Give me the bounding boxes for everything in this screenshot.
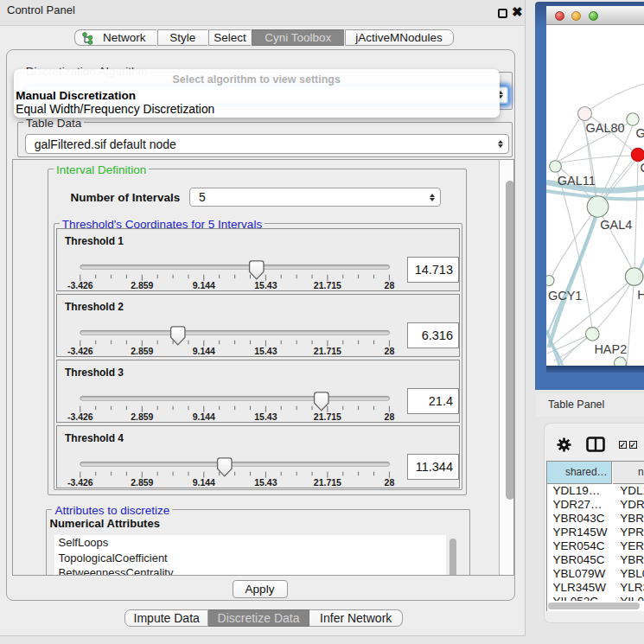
svg-text:2.859: 2.859	[131, 411, 153, 422]
svg-text:HAP2: HAP2	[594, 342, 627, 356]
svg-text:28: 28	[385, 411, 395, 422]
svg-text:9.144: 9.144	[193, 477, 215, 488]
svg-text:15.43: 15.43	[254, 346, 277, 356]
svg-text:9.144: 9.144	[193, 346, 215, 356]
svg-text:GA: GA	[635, 126, 644, 140]
svg-text:15.43: 15.43	[254, 477, 277, 488]
svg-text:-3.426: -3.426	[67, 346, 93, 356]
svg-text:28: 28	[385, 477, 395, 488]
svg-text:21.715: 21.715	[314, 280, 341, 290]
svg-text:15.43: 15.43	[254, 411, 277, 422]
svg-text:GAL4: GAL4	[600, 217, 632, 231]
svg-text:-3.426: -3.426	[67, 477, 93, 488]
svg-text:2.859: 2.859	[131, 477, 153, 488]
svg-text:28: 28	[385, 280, 395, 290]
svg-text:GAL11: GAL11	[557, 174, 595, 188]
svg-text:2.859: 2.859	[131, 280, 153, 290]
svg-text:15.43: 15.43	[254, 280, 277, 290]
svg-text:28: 28	[385, 346, 395, 356]
svg-text:C: C	[640, 161, 644, 175]
svg-text:H: H	[637, 287, 644, 301]
svg-text:21.715: 21.715	[314, 411, 341, 422]
svg-text:9.144: 9.144	[193, 280, 215, 290]
svg-text:-3.426: -3.426	[67, 411, 93, 422]
svg-text:2.859: 2.859	[131, 346, 153, 356]
svg-text:21.715: 21.715	[314, 346, 341, 356]
svg-text:21.715: 21.715	[314, 477, 341, 488]
svg-text:GAL80: GAL80	[585, 121, 624, 135]
svg-text:-3.426: -3.426	[67, 280, 93, 290]
svg-text:9.144: 9.144	[193, 411, 215, 422]
svg-text:GCY1: GCY1	[547, 288, 582, 302]
